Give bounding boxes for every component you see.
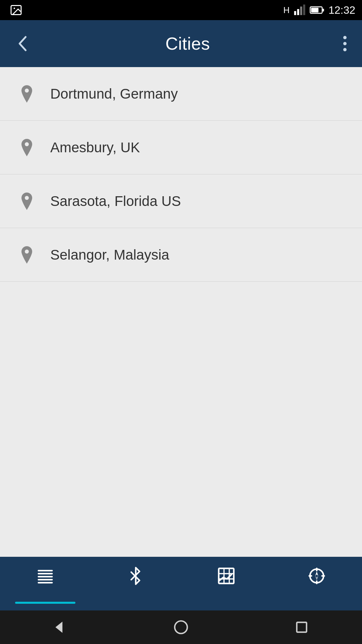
nav-item-bluetooth[interactable] [102,564,169,604]
svg-point-12 [25,250,29,254]
nav-item-compass[interactable] [283,564,350,604]
page-title: Cities [165,34,210,54]
image-icon [10,4,22,16]
svg-rect-4 [300,7,302,15]
pin-icon [17,191,37,211]
city-item-sarasota[interactable]: Sarasota, Florida US [0,174,362,228]
status-bar: H 12:32 [0,0,362,20]
android-back-button[interactable] [50,617,70,637]
android-recents-button[interactable] [292,617,312,637]
svg-rect-3 [297,9,299,15]
svg-marker-30 [55,622,62,633]
svg-rect-8 [311,8,318,12]
svg-marker-28 [315,572,318,576]
city-item-dortmund[interactable]: Dortmund, Germany [0,67,362,121]
nav-item-chart[interactable] [193,564,260,604]
svg-rect-32 [297,622,306,632]
svg-point-10 [25,142,29,146]
network-h-icon: H [283,5,290,15]
compass-nav-icon [308,567,326,585]
svg-rect-5 [303,5,305,15]
pin-icon [17,245,37,265]
list-nav-icon [36,567,54,585]
android-home-button[interactable] [171,617,191,637]
city-item-amesbury[interactable]: Amesbury, UK [0,121,362,174]
city-name: Selangor, Malaysia [50,247,169,263]
toolbar: Cities [0,20,362,67]
android-nav-bar [0,610,362,644]
svg-rect-7 [322,9,324,11]
bottom-navigation [0,557,362,610]
svg-point-11 [25,196,29,200]
city-list: Dortmund, Germany Amesbury, UK Sarasota,… [0,67,362,557]
empty-list-area [0,282,362,557]
status-time: 12:32 [328,4,355,16]
city-name: Sarasota, Florida US [50,193,181,209]
svg-point-9 [25,89,29,93]
bluetooth-nav-icon [127,567,145,585]
nav-item-list[interactable] [12,564,79,604]
back-button[interactable] [12,35,36,53]
signal-icon [294,4,306,16]
svg-point-1 [14,8,15,9]
svg-marker-29 [315,576,318,581]
city-item-selangor[interactable]: Selangor, Malaysia [0,228,362,282]
city-name: Amesbury, UK [50,140,140,156]
battery-icon [310,4,324,16]
pin-icon [17,84,37,104]
svg-rect-2 [294,11,296,15]
svg-rect-18 [219,569,234,584]
pin-icon [17,138,37,158]
chart-nav-icon [217,567,235,585]
city-name: Dortmund, Germany [50,86,178,102]
svg-point-31 [175,621,187,634]
overflow-menu-button[interactable] [340,33,350,55]
